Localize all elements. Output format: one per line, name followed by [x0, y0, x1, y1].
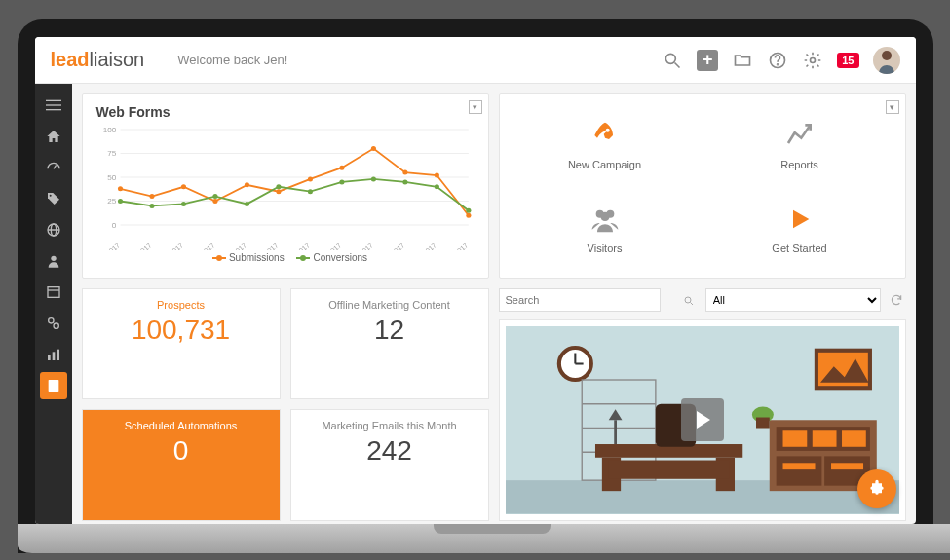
svg-point-48: [212, 199, 217, 204]
expand-icon[interactable]: ▾: [469, 100, 482, 114]
filter-select[interactable]: All: [705, 288, 881, 312]
sidebar-item-user[interactable]: [40, 247, 67, 275]
quick-action-visitors[interactable]: Visitors: [513, 192, 697, 264]
svg-point-45: [117, 186, 122, 191]
sidebar-item-dashboard[interactable]: [40, 154, 67, 181]
video-thumbnail: [506, 326, 899, 514]
svg-point-60: [212, 194, 217, 199]
sidebar-item-analytics[interactable]: [40, 341, 67, 368]
svg-point-49: [244, 182, 248, 187]
svg-rect-7: [46, 104, 61, 105]
stat-prospects[interactable]: Prospects 100,731: [82, 288, 281, 399]
sidebar-item-notes[interactable]: [40, 372, 67, 399]
quick-action-new-campaign[interactable]: New Campaign: [513, 108, 697, 180]
qa-label: Visitors: [588, 243, 623, 254]
svg-rect-22: [48, 380, 58, 392]
sidebar-item-globe[interactable]: [40, 216, 67, 243]
sidebar-item-tags[interactable]: [40, 185, 67, 212]
svg-text:Nov 2017: Nov 2017: [410, 242, 437, 250]
svg-point-59: [180, 202, 185, 206]
stat-label: Offline Marketing Content: [297, 299, 482, 311]
stat-value: 100,731: [89, 315, 274, 346]
puzzle-icon: [867, 479, 887, 499]
expand-icon[interactable]: ▾: [886, 100, 899, 114]
svg-point-5: [882, 51, 892, 60]
help-icon[interactable]: [767, 50, 788, 71]
search-row: All: [499, 288, 906, 312]
sidebar-item-automations[interactable]: [40, 310, 67, 337]
quick-action-reports[interactable]: Reports: [708, 108, 892, 180]
svg-rect-19: [48, 355, 51, 360]
quick-action-get-started[interactable]: Get Started: [708, 192, 892, 264]
panel-title: Web Forms: [96, 104, 475, 120]
play-icon: [782, 202, 817, 237]
svg-text:Jan 2017: Jan 2017: [96, 242, 121, 250]
legend-swatch-conversions: [296, 257, 310, 259]
svg-point-46: [149, 194, 154, 199]
stat-value: 12: [297, 315, 482, 346]
sidebar-item-window[interactable]: [40, 279, 67, 306]
svg-text:0: 0: [111, 221, 116, 230]
video-card: [499, 319, 906, 521]
refresh-icon[interactable]: [887, 290, 906, 310]
stat-marketing-emails[interactable]: Marketing Emails this Month 242: [290, 409, 489, 520]
svg-point-0: [666, 54, 676, 63]
svg-point-51: [307, 176, 312, 181]
sidebar-item-menu[interactable]: [40, 92, 67, 119]
svg-point-55: [434, 173, 438, 178]
svg-text:May 2017: May 2017: [219, 242, 247, 250]
search-icon[interactable]: [662, 50, 683, 71]
svg-point-58: [149, 204, 154, 208]
svg-line-1: [675, 62, 680, 67]
stat-scheduled-automations[interactable]: Scheduled Automations 0: [82, 409, 281, 520]
visitors-icon: [588, 202, 623, 237]
chart-legend: Submissions Conversions: [96, 252, 475, 263]
svg-point-66: [402, 179, 407, 184]
svg-rect-99: [831, 463, 863, 469]
sidebar: [35, 84, 72, 524]
logo-part2: liaison: [90, 49, 145, 70]
stat-value: 242: [297, 435, 482, 467]
svg-point-68: [466, 208, 471, 213]
rocket-icon: [588, 118, 623, 153]
svg-point-54: [402, 170, 407, 175]
svg-text:100: 100: [102, 126, 116, 134]
svg-point-73: [685, 297, 691, 303]
svg-rect-94: [812, 430, 836, 447]
svg-point-47: [180, 184, 185, 189]
legend-label-conversions: Conversions: [313, 252, 367, 263]
svg-rect-93: [782, 430, 807, 447]
video-play-button[interactable]: [681, 398, 724, 441]
search-input[interactable]: [499, 288, 661, 312]
svg-point-17: [48, 318, 53, 323]
fab-button[interactable]: [857, 469, 896, 508]
svg-point-67: [434, 184, 438, 189]
stat-offline-content[interactable]: Offline Marketing Content 12: [290, 288, 489, 399]
folder-icon[interactable]: [732, 50, 753, 71]
svg-rect-96: [776, 456, 821, 485]
svg-text:Jun 2017: Jun 2017: [252, 242, 279, 250]
svg-point-3: [778, 63, 779, 64]
sidebar-item-home[interactable]: [40, 123, 67, 150]
svg-text:25: 25: [107, 198, 117, 206]
svg-point-65: [370, 176, 375, 181]
svg-rect-98: [782, 463, 815, 469]
svg-point-72: [600, 212, 609, 221]
quick-actions-panel: ▾ New Campaign Reports Visitors: [499, 93, 906, 279]
svg-point-64: [339, 179, 344, 184]
svg-point-57: [117, 199, 122, 204]
stat-label: Prospects: [89, 299, 274, 311]
add-button[interactable]: +: [697, 50, 718, 71]
svg-text:Feb 2017: Feb 2017: [125, 242, 152, 250]
svg-point-52: [339, 166, 344, 170]
stat-label: Marketing Emails this Month: [297, 420, 482, 431]
svg-point-4: [811, 57, 816, 62]
svg-rect-8: [46, 109, 61, 110]
avatar[interactable]: [873, 47, 900, 74]
svg-text:Oct 2017: Oct 2017: [379, 242, 405, 250]
svg-point-18: [54, 323, 58, 328]
gear-icon[interactable]: [802, 50, 823, 71]
notification-badge[interactable]: 15: [837, 53, 858, 68]
svg-text:Apr 2017: Apr 2017: [189, 242, 215, 250]
stat-label: Scheduled Automations: [89, 420, 274, 431]
